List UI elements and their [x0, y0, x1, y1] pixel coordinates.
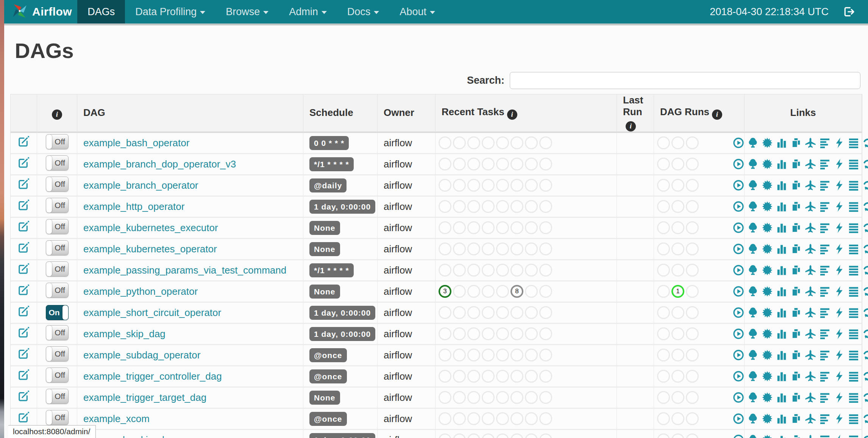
- gantt-icon[interactable]: [819, 434, 831, 438]
- recent-task-circle[interactable]: [525, 221, 538, 234]
- logs-icon[interactable]: [848, 371, 859, 382]
- recent-task-circle[interactable]: [510, 327, 523, 340]
- recent-task-circle[interactable]: [482, 327, 495, 340]
- gantt-icon[interactable]: [819, 392, 831, 403]
- refresh-icon[interactable]: [862, 180, 868, 191]
- task-tries-icon[interactable]: [790, 158, 802, 170]
- gantt-icon[interactable]: [819, 222, 831, 233]
- landing-times-icon[interactable]: [805, 243, 816, 255]
- dag-link[interactable]: example_skip_dag: [83, 328, 165, 339]
- recent-task-circle[interactable]: [510, 200, 523, 213]
- dag-link[interactable]: exxxample_skip_dag: [83, 434, 175, 438]
- dag-run-circle[interactable]: [686, 349, 699, 361]
- graph-view-icon[interactable]: [762, 158, 773, 170]
- dag-run-circle[interactable]: [671, 242, 684, 255]
- task-tries-icon[interactable]: [790, 349, 802, 361]
- trigger-dag-icon[interactable]: [733, 413, 744, 424]
- recent-task-circle[interactable]: [453, 221, 466, 234]
- edit-dag-icon[interactable]: [18, 136, 30, 147]
- dag-run-circle[interactable]: 1: [671, 285, 684, 298]
- task-tries-icon[interactable]: [790, 222, 802, 233]
- recent-task-circle[interactable]: [510, 370, 523, 383]
- recent-task-circle[interactable]: [467, 391, 480, 404]
- dag-link[interactable]: example_passing_params_via_test_command: [83, 264, 286, 276]
- edit-dag-icon[interactable]: [18, 242, 30, 253]
- code-view-icon[interactable]: [834, 201, 845, 212]
- dag-run-circle[interactable]: [686, 370, 699, 383]
- task-duration-icon[interactable]: [776, 286, 787, 297]
- dag-link[interactable]: example_subdag_operator: [83, 349, 200, 361]
- gantt-icon[interactable]: [819, 137, 831, 149]
- recent-task-circle[interactable]: [510, 391, 523, 404]
- landing-times-icon[interactable]: [805, 222, 816, 233]
- recent-task-circle[interactable]: [439, 370, 451, 383]
- recent-task-circle[interactable]: [539, 179, 552, 192]
- recent-task-circle[interactable]: [510, 433, 523, 438]
- code-view-icon[interactable]: [834, 371, 845, 382]
- logs-icon[interactable]: [848, 222, 859, 233]
- recent-task-circle[interactable]: [482, 306, 495, 319]
- refresh-icon[interactable]: [862, 264, 868, 276]
- recent-task-circle[interactable]: [467, 433, 480, 438]
- dag-run-circle[interactable]: [686, 327, 699, 340]
- task-tries-icon[interactable]: [790, 307, 802, 318]
- code-view-icon[interactable]: [834, 137, 845, 149]
- recent-task-circle[interactable]: [482, 200, 495, 213]
- dag-run-circle[interactable]: [657, 221, 670, 234]
- tree-view-icon[interactable]: [747, 349, 759, 361]
- recent-task-circle[interactable]: [539, 370, 552, 383]
- edit-dag-icon[interactable]: [18, 157, 30, 169]
- dag-run-circle[interactable]: [671, 221, 684, 234]
- recent-task-circle[interactable]: [510, 412, 523, 425]
- task-tries-icon[interactable]: [790, 413, 802, 424]
- brand-link[interactable]: Airflow: [4, 0, 77, 23]
- recent-task-circle[interactable]: [439, 349, 451, 361]
- recent-task-circle[interactable]: [539, 349, 552, 361]
- trigger-dag-icon[interactable]: [733, 286, 744, 297]
- task-duration-icon[interactable]: [776, 243, 787, 255]
- recent-task-circle[interactable]: [467, 264, 480, 277]
- recent-task-circle[interactable]: [525, 285, 538, 298]
- task-tries-icon[interactable]: [790, 328, 802, 339]
- task-duration-icon[interactable]: [776, 392, 787, 403]
- task-duration-icon[interactable]: [776, 434, 787, 438]
- trigger-dag-icon[interactable]: [733, 392, 744, 403]
- recent-task-circle[interactable]: [439, 242, 451, 255]
- edit-dag-icon[interactable]: [18, 199, 30, 211]
- recent-task-circle[interactable]: [439, 391, 451, 404]
- edit-dag-icon[interactable]: [18, 369, 30, 381]
- tree-view-icon[interactable]: [747, 413, 759, 424]
- task-tries-icon[interactable]: [790, 371, 802, 382]
- recent-task-circle[interactable]: 3: [439, 285, 451, 298]
- task-duration-icon[interactable]: [776, 201, 787, 212]
- tree-view-icon[interactable]: [747, 371, 759, 382]
- logs-icon[interactable]: [848, 243, 859, 255]
- trigger-dag-icon[interactable]: [733, 158, 744, 170]
- landing-times-icon[interactable]: [805, 286, 816, 297]
- recent-task-circle[interactable]: [510, 242, 523, 255]
- gantt-icon[interactable]: [819, 371, 831, 382]
- recent-task-circle[interactable]: [467, 179, 480, 192]
- graph-view-icon[interactable]: [762, 371, 773, 382]
- recent-task-circle[interactable]: [439, 179, 451, 192]
- dag-pause-toggle[interactable]: Off: [46, 134, 69, 149]
- nav-item-about[interactable]: About: [389, 0, 445, 23]
- recent-task-circle[interactable]: [467, 242, 480, 255]
- refresh-icon[interactable]: [862, 158, 868, 170]
- dag-link[interactable]: example_trigger_controller_dag: [83, 371, 222, 382]
- dag-run-circle[interactable]: [686, 136, 699, 149]
- landing-times-icon[interactable]: [805, 413, 816, 424]
- landing-times-icon[interactable]: [805, 137, 816, 149]
- edit-dag-icon[interactable]: [18, 305, 30, 317]
- dag-run-circle[interactable]: [686, 221, 699, 234]
- recent-task-circle[interactable]: [525, 327, 538, 340]
- task-tries-icon[interactable]: [790, 137, 802, 149]
- logs-icon[interactable]: [848, 349, 859, 361]
- tree-view-icon[interactable]: [747, 286, 759, 297]
- dag-link[interactable]: example_branch_operator: [83, 180, 198, 191]
- logs-icon[interactable]: [848, 392, 859, 403]
- recent-task-circle[interactable]: [496, 391, 509, 404]
- logs-icon[interactable]: [848, 158, 859, 170]
- graph-view-icon[interactable]: [762, 307, 773, 318]
- trigger-dag-icon[interactable]: [733, 371, 744, 382]
